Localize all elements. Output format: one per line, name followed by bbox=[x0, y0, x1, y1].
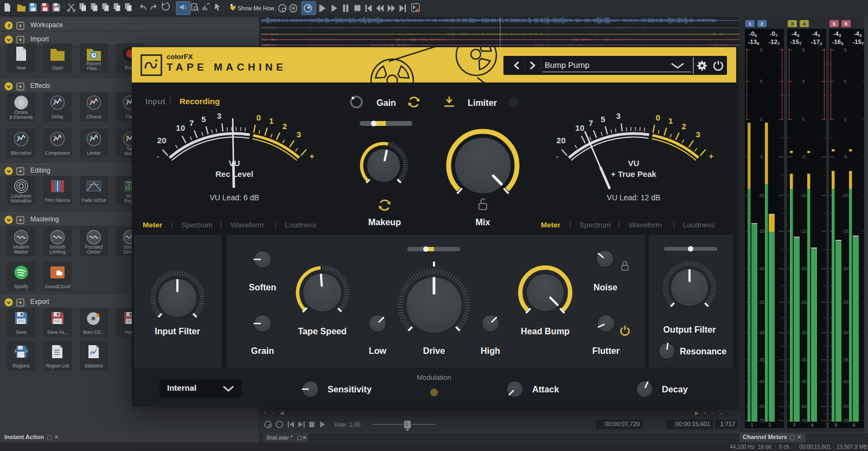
svg-text:Loudness: Loudness bbox=[285, 221, 317, 229]
svg-text:Limiter: Limiter bbox=[468, 98, 497, 107]
svg-text:Attack: Attack bbox=[532, 384, 559, 394]
svg-text:Meter: Meter bbox=[143, 221, 163, 229]
svg-text:Head Bump: Head Bump bbox=[521, 326, 570, 336]
svg-text:7: 7 bbox=[189, 118, 194, 128]
svg-text:20: 20 bbox=[157, 136, 167, 145]
svg-text:+ True Peak: + True Peak bbox=[611, 169, 656, 179]
svg-text:Low: Low bbox=[369, 346, 387, 355]
svg-text:Output Filter: Output Filter bbox=[663, 325, 716, 334]
svg-text:3: 3 bbox=[696, 130, 700, 139]
svg-text:Rate: 1,00: Rate: 1,00 bbox=[334, 421, 361, 428]
svg-text:7: 7 bbox=[589, 118, 593, 128]
svg-text:10: 10 bbox=[575, 123, 584, 132]
svg-text:Show Me How: Show Me How bbox=[238, 5, 275, 11]
svg-text:1: 1 bbox=[269, 116, 273, 125]
svg-text:Grain: Grain bbox=[251, 346, 274, 355]
svg-text:VU Lead: 12 dB: VU Lead: 12 dB bbox=[607, 193, 661, 202]
svg-text:Waveform: Waveform bbox=[629, 221, 662, 229]
svg-text:Loudness: Loudness bbox=[683, 221, 715, 229]
svg-text:Noise: Noise bbox=[593, 282, 617, 292]
svg-text:Input Filter: Input Filter bbox=[155, 326, 200, 336]
svg-text:VU Lead: 6 dB: VU Lead: 6 dB bbox=[209, 193, 259, 202]
svg-text:VU: VU bbox=[628, 158, 640, 168]
svg-text:5: 5 bbox=[601, 115, 605, 124]
svg-text:2: 2 bbox=[681, 122, 686, 131]
svg-text:0: 0 bbox=[656, 113, 660, 122]
svg-text:High: High bbox=[481, 346, 500, 355]
svg-text:0: 0 bbox=[257, 113, 261, 122]
svg-text:Sensitivity: Sensitivity bbox=[328, 384, 372, 394]
svg-text:-: - bbox=[556, 151, 559, 161]
svg-text:Meter: Meter bbox=[541, 221, 561, 229]
svg-text:+: + bbox=[709, 151, 714, 161]
svg-text:Tape Speed: Tape Speed bbox=[298, 326, 347, 336]
svg-text:Decay: Decay bbox=[662, 384, 688, 394]
svg-text:Recording: Recording bbox=[180, 97, 220, 106]
svg-text:-: - bbox=[157, 151, 159, 161]
svg-text:Mix: Mix bbox=[476, 217, 490, 227]
svg-text:5: 5 bbox=[201, 115, 206, 124]
svg-text:20: 20 bbox=[557, 136, 566, 145]
svg-text:3: 3 bbox=[616, 111, 621, 120]
svg-text:10: 10 bbox=[176, 123, 185, 132]
svg-text:3: 3 bbox=[297, 130, 301, 139]
svg-text:Flutter: Flutter bbox=[592, 346, 620, 355]
svg-text:+: + bbox=[310, 151, 315, 161]
svg-text:Makeup: Makeup bbox=[368, 217, 401, 227]
svg-text:Input: Input bbox=[145, 97, 165, 106]
svg-text:2: 2 bbox=[282, 122, 286, 131]
svg-text:1: 1 bbox=[668, 116, 673, 125]
svg-text:3: 3 bbox=[217, 111, 221, 120]
svg-text:Gain: Gain bbox=[376, 98, 396, 107]
svg-text:Spectrum: Spectrum bbox=[181, 221, 213, 229]
svg-text:Soften: Soften bbox=[249, 282, 276, 292]
svg-text:Resonance: Resonance bbox=[680, 346, 726, 356]
svg-text:Drive: Drive bbox=[423, 346, 445, 355]
svg-text:Modulation: Modulation bbox=[417, 373, 451, 382]
svg-text:Waveform: Waveform bbox=[231, 221, 264, 229]
svg-text:Spectrum: Spectrum bbox=[579, 221, 611, 229]
